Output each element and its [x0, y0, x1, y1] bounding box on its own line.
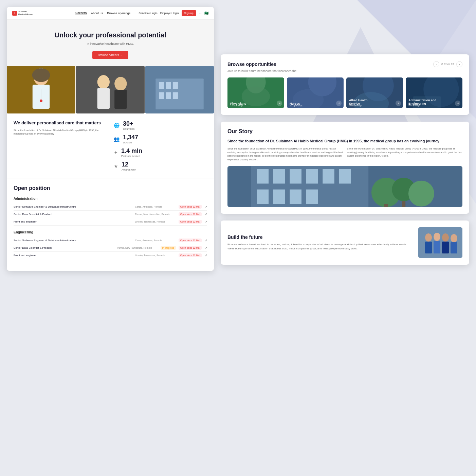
svg-rect-6 — [76, 66, 145, 113]
position-group-administration: Administration Senior Software Engineer … — [14, 197, 207, 226]
stat-number-doctors: 1,347 — [123, 134, 138, 141]
opp-card-physicians-count: 15 openings — [227, 104, 284, 108]
future-team-image — [418, 227, 462, 258]
table-row[interactable]: Senior Software Engineer & Database Infr… — [14, 237, 207, 244]
browse-careers-button[interactable]: Browse careers → — [92, 51, 128, 59]
table-row[interactable]: Senior Software Engineer & Database Infr… — [14, 203, 207, 211]
positions-title: Open position — [14, 185, 207, 191]
opp-card-allied-arrow-icon[interactable]: ↗ — [396, 101, 401, 106]
position-title-5: Senior Data Scientist & Product — [14, 246, 114, 249]
stats-section: We deliver personalised care that matter… — [7, 113, 214, 178]
nav-careers[interactable]: Careers — [75, 11, 87, 15]
svg-point-46 — [408, 181, 434, 207]
group-title-engineering: Engineering — [14, 230, 207, 234]
build-future-section: Build the future Finance software hasn't… — [221, 221, 469, 265]
hero-section: Unlock your professional potential in in… — [7, 20, 214, 66]
nav-links: Careers About us Browse openings — [75, 11, 130, 15]
opp-card-nurses[interactable]: Nurses 12 openings ↗ — [287, 77, 344, 108]
position-location-5: Parma, New Hampshire, Remote — [117, 247, 158, 249]
arrow-icon-6[interactable]: ↗ — [204, 253, 207, 257]
svg-rect-13 — [159, 82, 164, 89]
position-location-4: Ceres, Arkansas, Remote — [135, 239, 176, 242]
nav-more-icon[interactable]: ··· — [199, 11, 202, 15]
position-title-1: Senior Software Engineer & Database Infr… — [14, 205, 132, 208]
people-icon: 👥 — [114, 136, 120, 142]
future-text: Finance software hasn't evolved in decad… — [227, 243, 413, 251]
svg-rect-37 — [306, 169, 318, 183]
table-row[interactable]: Front end engineer Lincoln, Tennessee, R… — [14, 218, 207, 226]
svg-point-57 — [442, 233, 449, 242]
svg-rect-39 — [339, 169, 351, 183]
svg-point-55 — [434, 233, 440, 241]
browse-next-button[interactable]: › — [456, 61, 462, 67]
stats-header: We deliver personalised care that matter… — [14, 120, 107, 126]
svg-rect-58 — [442, 242, 449, 253]
group-title-administration: Administration — [14, 197, 207, 200]
opp-card-allied-health[interactable]: Allied Health Service 10 openings ↗ — [346, 77, 403, 108]
story-col-1: Since the foundation of Dr. Sulaiman Al … — [227, 147, 343, 161]
stat-doctors: 👥 1,347 Doctors — [114, 134, 207, 144]
svg-rect-14 — [166, 82, 171, 89]
position-badge-2: Open since 12 Mai — [179, 212, 202, 216]
svg-rect-54 — [425, 242, 432, 253]
story-main-text: Since the foundation of Dr. Sulaiman Al … — [227, 139, 462, 144]
browse-prev-button[interactable]: ‹ — [433, 61, 439, 67]
logo: + Al Habib Medical Group — [12, 11, 33, 15]
star-icon: ★ — [114, 163, 118, 169]
our-story-card: Our Story Since the foundation of Dr. Su… — [221, 122, 469, 214]
opp-card-nurses-arrow-icon[interactable]: ↗ — [336, 101, 342, 106]
position-location-1: Ceres, Arkansas, Remote — [135, 206, 176, 208]
candidate-login-button[interactable]: Candidate login — [139, 12, 158, 15]
svg-rect-38 — [323, 169, 334, 183]
hero-subtitle: in innovative healthcare with HMG. — [14, 42, 207, 46]
svg-rect-10 — [114, 90, 127, 109]
opp-card-physicians[interactable]: Physicians 15 openings ↗ — [227, 77, 284, 108]
arrow-icon-4[interactable]: ↗ — [204, 239, 207, 242]
our-story-title: Our Story — [227, 128, 462, 135]
svg-point-59 — [451, 234, 457, 242]
positions-section: Open position Administration Senior Soft… — [7, 178, 214, 271]
position-title-2: Senior Data Scientist & Product — [14, 213, 132, 216]
arrow-icon-5[interactable]: ↗ — [204, 246, 207, 250]
svg-point-9 — [114, 77, 127, 90]
sparkle-icon: ✦ — [114, 150, 118, 155]
stat-number-awards: 12 — [122, 161, 136, 168]
navigation: + Al Habib Medical Group Careers About u… — [7, 7, 214, 20]
employee-login-button[interactable]: Employee login — [160, 12, 179, 15]
svg-point-53 — [425, 233, 432, 242]
svg-point-7 — [97, 75, 110, 89]
opportunity-cards-container: Physicians 15 openings ↗ Nurses 12 openi… — [227, 77, 462, 108]
nav-about[interactable]: About us — [91, 12, 103, 15]
svg-rect-36 — [290, 169, 301, 183]
stats-grid: 🌐 30+ Countries 👥 1,347 Docto — [114, 120, 207, 171]
svg-rect-56 — [434, 241, 440, 253]
svg-rect-60 — [451, 242, 457, 253]
position-location-6: Lincoln, Tennessee, Remote — [135, 254, 176, 257]
arrow-icon-1[interactable]: ↗ — [204, 205, 207, 209]
future-title: Build the future — [227, 234, 413, 240]
opp-card-admin-arrow-icon[interactable]: ↗ — [455, 101, 460, 106]
svg-rect-34 — [257, 169, 269, 183]
svg-rect-15 — [173, 82, 178, 89]
table-row[interactable]: Senior Data Scientist & Product Parma, N… — [14, 211, 207, 218]
position-badge-4: Open since 12 Mai — [179, 239, 202, 242]
medical-woman-image — [7, 66, 75, 113]
svg-rect-8 — [97, 88, 110, 109]
svg-rect-47 — [384, 204, 388, 207]
nav-browse-openings[interactable]: Browse openings — [107, 12, 130, 15]
browse-subtitle: Join us to build future healthcare that … — [227, 69, 462, 73]
signup-button[interactable]: Sign up — [182, 10, 196, 16]
story-col-2: Since the foundation of Dr. Sulaiman Al … — [347, 147, 462, 161]
doctor-consult-image — [76, 66, 145, 113]
language-flag-icon[interactable]: 🇸🇦 — [204, 11, 208, 15]
arrow-icon-3[interactable]: ↗ — [204, 220, 207, 224]
svg-rect-48 — [402, 201, 405, 207]
arrow-icon-2[interactable]: ↗ — [204, 212, 207, 216]
svg-rect-43 — [306, 190, 318, 204]
hero-title: Unlock your professional potential — [14, 31, 207, 39]
table-row[interactable]: Front end engineer Lincoln, Tennessee, R… — [14, 252, 207, 259]
table-row[interactable]: Senior Data Scientist & Product Parma, N… — [14, 244, 207, 252]
opp-card-admin-engineering[interactable]: Administration and Engineering 8 opening… — [406, 77, 462, 108]
opp-card-physicians-arrow-icon[interactable]: ↗ — [277, 101, 282, 106]
position-location-2: Parma, New Hampshire, Remote — [135, 213, 176, 215]
